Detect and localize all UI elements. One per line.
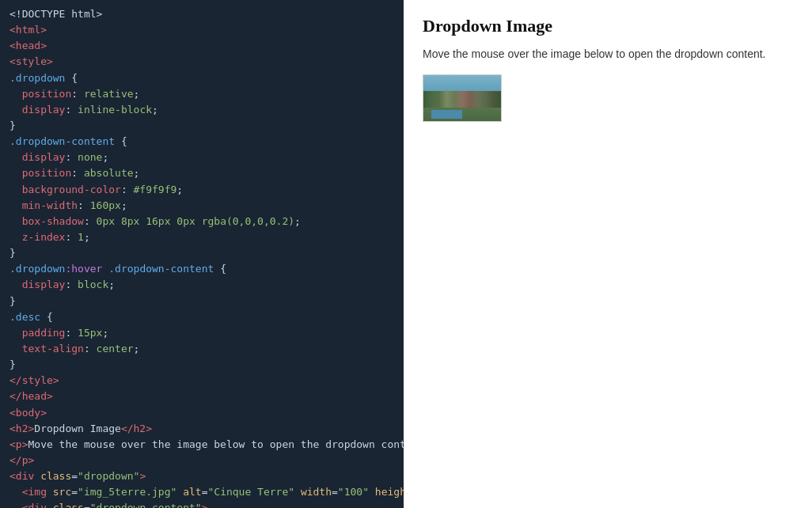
code-line: .dropdown {	[0, 70, 404, 86]
code-line: <p>Move the mouse over the image below t…	[0, 437, 404, 453]
code-line: display: block;	[0, 277, 404, 293]
code-line: <style>	[0, 54, 404, 70]
code-line: <html>	[0, 22, 404, 38]
code-line: .desc {	[0, 309, 404, 325]
code-line: </style>	[0, 373, 404, 389]
code-editor[interactable]: <!DOCTYPE html><html><head><style>.dropd…	[0, 0, 404, 508]
code-line: }	[0, 357, 404, 373]
code-line: min-width: 160px;	[0, 198, 404, 214]
code-line: <body>	[0, 405, 404, 421]
code-line: box-shadow: 0px 8px 16px 0px rgba(0,0,0,…	[0, 214, 404, 229]
code-line: text-align: center;	[0, 341, 404, 357]
code-line: }	[0, 245, 404, 261]
code-line: <img src="img_5terre.jpg" alt="Cinque Te…	[0, 484, 404, 500]
code-line: }	[0, 118, 404, 134]
preview-panel: Dropdown Image Move the mouse over the i…	[404, 0, 812, 508]
code-line: display: inline-block;	[0, 102, 404, 118]
code-line: <!DOCTYPE html>	[0, 6, 404, 22]
code-line: position: relative;	[0, 86, 404, 102]
code-line: <h2>Dropdown Image</h2>	[0, 421, 404, 437]
code-line: .dropdown-content {	[0, 134, 404, 150]
preview-description: Move the mouse over the image below to o…	[423, 47, 793, 60]
code-line: position: absolute;	[0, 165, 404, 181]
code-line: z-index: 1;	[0, 229, 404, 245]
code-line: </p>	[0, 453, 404, 468]
code-line: background-color: #f9f9f9;	[0, 182, 404, 198]
code-line: <div class="dropdown">	[0, 468, 404, 484]
code-line: </head>	[0, 389, 404, 404]
code-line: padding: 15px;	[0, 325, 404, 341]
code-line: <div class="dropdown-content">	[0, 500, 404, 508]
code-line: .dropdown:hover .dropdown-content {	[0, 261, 404, 277]
code-line: <head>	[0, 38, 404, 54]
code-line: }	[0, 294, 404, 309]
preview-title: Dropdown Image	[423, 16, 793, 36]
preview-image	[423, 74, 502, 122]
code-line: display: none;	[0, 150, 404, 165]
